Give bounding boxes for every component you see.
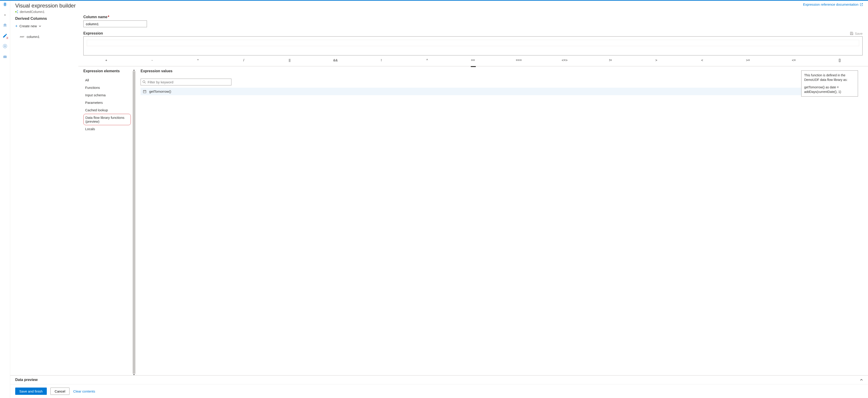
operator-button[interactable]: <= bbox=[771, 57, 817, 63]
column-type: ANY bbox=[20, 36, 25, 38]
function-doc-tooltip: This function is defined in the DemoUDF … bbox=[801, 70, 858, 96]
home-icon[interactable] bbox=[2, 23, 8, 28]
svg-rect-6 bbox=[17, 10, 18, 11]
svg-point-4 bbox=[4, 45, 6, 47]
save-finish-button[interactable]: Save and finish bbox=[15, 388, 47, 395]
column-item[interactable]: ANY column1 bbox=[15, 33, 83, 40]
element-category-item[interactable]: Data flow library functions (preview) bbox=[83, 114, 131, 125]
operator-button[interactable]: * bbox=[175, 57, 221, 63]
column-name-input[interactable] bbox=[83, 21, 147, 27]
external-link-icon bbox=[860, 3, 863, 6]
column-list: ANY column1 bbox=[15, 33, 83, 40]
operator-bar: +-*/||&&!^=====<=>!=><>=<=[] bbox=[83, 57, 863, 63]
operator-button[interactable]: >= bbox=[725, 57, 771, 63]
operator-button[interactable]: [] bbox=[817, 57, 863, 63]
element-category-item[interactable]: Input schema bbox=[83, 91, 131, 99]
operator-button[interactable]: / bbox=[221, 57, 267, 63]
column-item-label: column1 bbox=[27, 35, 40, 39]
pencil-icon[interactable]: 2 bbox=[2, 33, 8, 38]
create-new-label: Create new bbox=[20, 24, 37, 28]
element-category-item[interactable]: Locals bbox=[83, 125, 131, 133]
svg-rect-10 bbox=[851, 34, 852, 34]
element-category-item[interactable]: Parameters bbox=[83, 99, 131, 106]
splitter[interactable] bbox=[79, 66, 868, 66]
operator-button[interactable]: > bbox=[633, 57, 679, 63]
scroll-thumb[interactable] bbox=[133, 71, 135, 374]
expression-values-heading: Expression values bbox=[141, 69, 801, 76]
data-preview-label: Data preview bbox=[15, 378, 38, 382]
create-new-button[interactable]: + Create new bbox=[15, 24, 83, 28]
operator-button[interactable]: ^ bbox=[404, 57, 450, 63]
clear-contents-link[interactable]: Clear contents bbox=[73, 389, 95, 393]
calendar-icon bbox=[143, 90, 147, 93]
manage-icon[interactable] bbox=[2, 43, 8, 49]
info-icon[interactable] bbox=[2, 2, 8, 7]
expression-elements-heading: Expression elements bbox=[83, 69, 131, 76]
scroll-up-icon bbox=[133, 69, 135, 71]
splitter-grip-icon bbox=[471, 66, 476, 67]
element-category-item[interactable]: Cached lookup bbox=[83, 106, 131, 114]
operator-button[interactable]: && bbox=[312, 57, 359, 63]
value-row-label: getTomorrow() bbox=[149, 90, 171, 93]
elements-scrollbar[interactable] bbox=[132, 69, 136, 375]
svg-rect-8 bbox=[17, 12, 18, 13]
tooltip-line2: getTomorrow() as date = addDays(currentD… bbox=[804, 85, 855, 94]
tooltip-line1: This function is defined in the DemoUDF … bbox=[804, 73, 855, 82]
operator-button[interactable]: != bbox=[588, 57, 633, 63]
breadcrumb-label: derivedColumn1 bbox=[20, 10, 44, 13]
operator-button[interactable]: === bbox=[496, 57, 541, 63]
chevron-up-icon bbox=[860, 378, 863, 381]
transform-icon bbox=[15, 10, 19, 13]
derived-columns-heading: Derived Columns bbox=[15, 17, 83, 21]
left-rail: » 2 bbox=[0, 1, 10, 398]
toolbox-icon[interactable] bbox=[2, 54, 8, 59]
doc-link-label: Expression reference documentation bbox=[803, 2, 859, 6]
cancel-button[interactable]: Cancel bbox=[51, 388, 70, 395]
doc-link[interactable]: Expression reference documentation bbox=[803, 2, 863, 6]
filter-input[interactable] bbox=[141, 79, 231, 85]
operator-button[interactable]: < bbox=[679, 57, 725, 63]
data-preview-toggle[interactable]: Data preview bbox=[10, 375, 868, 384]
element-category-item[interactable]: All bbox=[83, 76, 131, 84]
operator-button[interactable]: == bbox=[450, 57, 496, 63]
expand-rail-button[interactable]: » bbox=[2, 12, 8, 18]
plus-icon: + bbox=[15, 25, 18, 28]
chevron-down-icon bbox=[39, 25, 41, 28]
pencil-badge: 2 bbox=[6, 37, 9, 39]
save-label: Save bbox=[855, 32, 863, 35]
page-title: Visual expression builder bbox=[15, 2, 75, 9]
column-name-label: Column name* bbox=[83, 15, 863, 19]
value-row[interactable]: getTomorrow() bbox=[141, 88, 801, 95]
svg-rect-9 bbox=[18, 12, 18, 13]
svg-rect-5 bbox=[16, 11, 17, 12]
element-category-item[interactable]: Functions bbox=[83, 84, 131, 91]
save-expression-button[interactable]: Save bbox=[850, 32, 863, 35]
operator-button[interactable]: - bbox=[129, 57, 175, 63]
search-icon bbox=[143, 80, 146, 84]
operator-button[interactable]: <=> bbox=[541, 57, 588, 63]
svg-point-11 bbox=[143, 81, 145, 83]
operator-button[interactable]: + bbox=[83, 57, 129, 63]
svg-point-1 bbox=[5, 3, 5, 4]
save-icon bbox=[850, 32, 854, 35]
expression-editor[interactable] bbox=[83, 36, 863, 55]
expression-label: Expression bbox=[83, 31, 103, 35]
expression-editor-line[interactable] bbox=[87, 40, 859, 46]
operator-button[interactable]: ! bbox=[359, 57, 404, 63]
svg-rect-2 bbox=[5, 4, 5, 5]
svg-rect-7 bbox=[18, 10, 18, 11]
operator-button[interactable]: || bbox=[267, 57, 312, 63]
svg-rect-12 bbox=[143, 90, 146, 93]
breadcrumb: derivedColumn1 bbox=[15, 10, 75, 13]
